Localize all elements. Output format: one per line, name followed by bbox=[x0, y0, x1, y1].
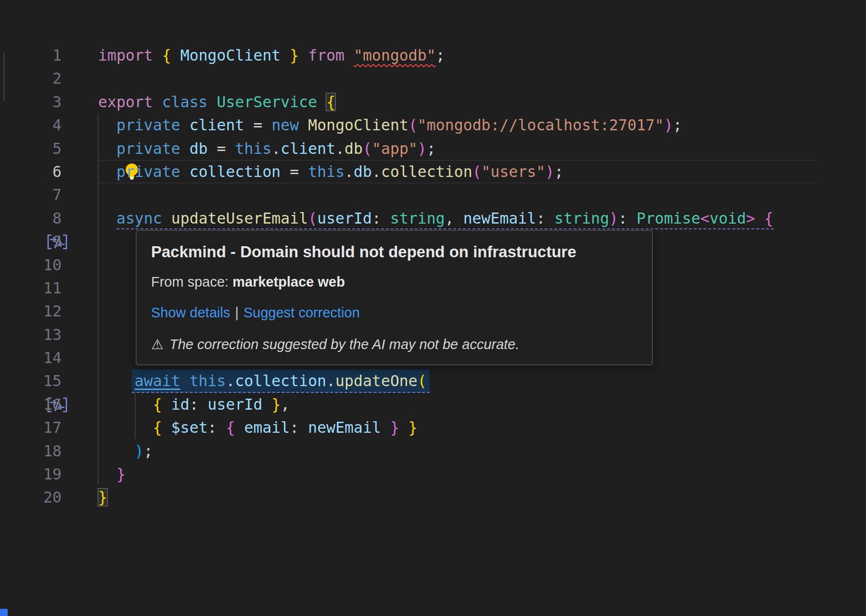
code-line-6[interactable]: 6 private collection = this.db.collectio… bbox=[0, 160, 866, 183]
code-text: } bbox=[98, 463, 126, 486]
code-text: private db = this.client.db("app"); bbox=[98, 137, 436, 160]
code-line-16[interactable]: 16 { id: userId }, bbox=[0, 393, 866, 416]
code-text: await this.collection.updateOne( bbox=[98, 369, 430, 392]
line-number[interactable]: 6 bbox=[0, 160, 62, 183]
line-number[interactable]: 2 bbox=[0, 67, 62, 90]
line-number[interactable]: 11 bbox=[0, 277, 62, 300]
code-line-8[interactable]: 8 async updateUserEmail(userId: string, … bbox=[0, 207, 866, 230]
code-line-3[interactable]: 3export class UserService { bbox=[0, 90, 866, 113]
code-line-4[interactable]: 4 private client = new MongoClient("mong… bbox=[0, 113, 866, 137]
code-text: { $set: { email: newEmail } } bbox=[98, 416, 418, 439]
line-number[interactable]: 12 bbox=[0, 300, 62, 323]
line-number[interactable]: 14 bbox=[0, 346, 62, 369]
code-line-2[interactable]: 2 bbox=[0, 67, 866, 90]
tooltip-actions: Show details|Suggest correction bbox=[151, 304, 637, 321]
from-space-value: marketplace web bbox=[232, 274, 345, 289]
code-line-15[interactable]: 15 await this.collection.updateOne( bbox=[0, 369, 866, 392]
tooltip-title: Packmind - Domain should not depend on i… bbox=[151, 242, 637, 262]
code-text: async updateUserEmail(userId: string, ne… bbox=[98, 207, 774, 230]
warning-text: The correction suggested by the AI may n… bbox=[169, 337, 520, 352]
line-number[interactable]: 7 bbox=[0, 183, 62, 206]
code-line-19[interactable]: 19 } bbox=[0, 463, 866, 486]
line-number[interactable]: 20 bbox=[0, 486, 62, 509]
line-number[interactable]: 9 bbox=[0, 230, 62, 253]
warning-icon: ⚠ bbox=[151, 337, 164, 352]
tooltip-warning: ⚠The correction suggested by the AI may … bbox=[151, 336, 637, 353]
code-line-18[interactable]: 18 ); bbox=[0, 440, 866, 463]
code-line-5[interactable]: 5 private db = this.client.db("app"); bbox=[0, 137, 866, 160]
line-number[interactable]: 15 bbox=[0, 369, 62, 392]
line-number[interactable]: 3 bbox=[0, 90, 62, 113]
line-number[interactable]: 13 bbox=[0, 323, 62, 346]
line-number[interactable]: 10 bbox=[0, 253, 62, 277]
code-line-7[interactable]: 7 bbox=[0, 183, 866, 206]
dashed-underline-region: async updateUserEmail(userId: string, ne… bbox=[116, 210, 774, 229]
line-number[interactable]: 17 bbox=[0, 416, 62, 439]
code-text: } bbox=[98, 486, 107, 509]
packmind-hover-tooltip: Packmind - Domain should not depend on i… bbox=[136, 230, 653, 365]
vscode-editor-window: { "colors": { "editor_background": "#1f1… bbox=[0, 0, 866, 616]
code-text: import { MongoClient } from "mongodb"; bbox=[98, 44, 445, 67]
show-details-link[interactable]: Show details bbox=[151, 305, 230, 320]
line-number[interactable]: 16 bbox=[0, 393, 62, 416]
line-number[interactable]: 4 bbox=[0, 113, 62, 137]
code-text: private collection = this.db.collection(… bbox=[98, 160, 563, 183]
line-number[interactable]: 18 bbox=[0, 440, 62, 463]
code-text: ); bbox=[98, 440, 153, 463]
link-separator: | bbox=[235, 305, 239, 320]
tooltip-from-space: From space: marketplace web bbox=[151, 273, 637, 290]
line-number[interactable]: 5 bbox=[0, 137, 62, 160]
suggest-correction-link[interactable]: Suggest correction bbox=[243, 305, 360, 320]
code-text: private client = new MongoClient("mongod… bbox=[98, 113, 682, 137]
code-text: export class UserService { bbox=[98, 90, 335, 113]
code-line-1[interactable]: 1import { MongoClient } from "mongodb"; bbox=[0, 44, 866, 67]
from-space-label: From space: bbox=[151, 274, 232, 289]
code-line-20[interactable]: 20} bbox=[0, 486, 866, 509]
line-number[interactable]: 1 bbox=[0, 44, 62, 67]
code-line-17[interactable]: 17 { $set: { email: newEmail } } bbox=[0, 416, 866, 439]
remote-indicator[interactable] bbox=[0, 609, 8, 616]
highlighted-code-region: await this.collection.updateOne( bbox=[132, 369, 430, 392]
line-number[interactable]: 19 bbox=[0, 463, 62, 486]
line-number[interactable]: 8 bbox=[0, 207, 62, 230]
code-text: { id: userId }, bbox=[98, 393, 290, 416]
